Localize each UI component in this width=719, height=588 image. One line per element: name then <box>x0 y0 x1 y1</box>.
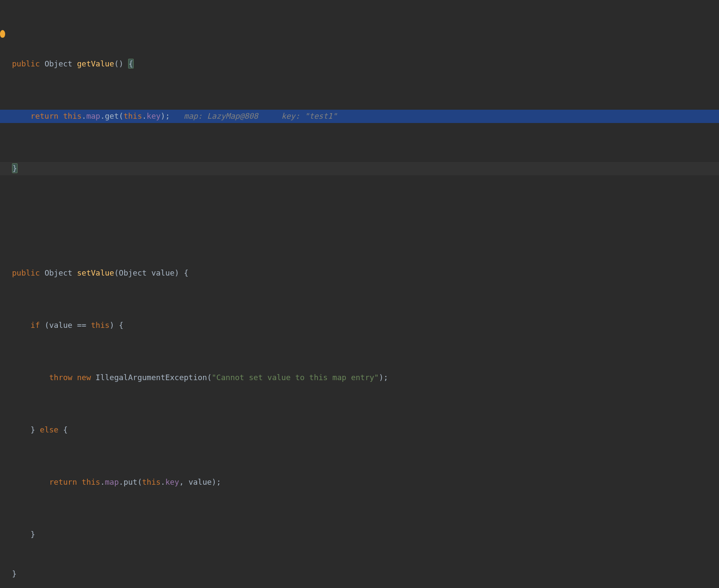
execution-line[interactable]: return this.map.get(this.key); map: Lazy… <box>0 110 719 123</box>
code-line[interactable]: throw new IllegalArgumentException("Cann… <box>0 371 719 384</box>
code-line[interactable]: } else { <box>0 423 719 437</box>
code-line[interactable]: } <box>0 567 719 581</box>
code-line[interactable]: } <box>0 162 719 175</box>
code-line[interactable]: return this.map.put(this.key, value); <box>0 476 719 489</box>
code-editor[interactable]: public Object getValue() { return this.m… <box>0 0 719 588</box>
code-line[interactable]: public Object getValue() { <box>0 57 719 71</box>
code-line[interactable]: public Object setValue(Object value) { <box>0 267 719 280</box>
inline-debug-hint: map: LazyMap@808 key: "test1" <box>170 111 337 120</box>
code-line[interactable]: } <box>0 528 719 541</box>
code-line[interactable] <box>0 214 719 228</box>
code-line[interactable]: if (value == this) { <box>0 319 719 332</box>
intention-bulb-icon[interactable] <box>0 30 5 38</box>
